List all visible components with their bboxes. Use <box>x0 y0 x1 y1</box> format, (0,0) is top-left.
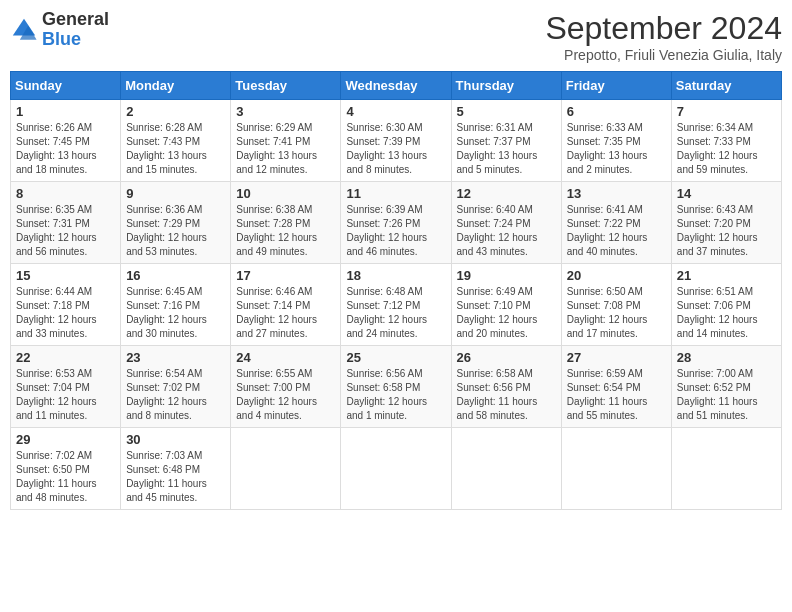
day-header-saturday: Saturday <box>671 72 781 100</box>
cell-sun-info: Sunrise: 6:51 AMSunset: 7:06 PMDaylight:… <box>677 285 776 341</box>
calendar-cell: 2Sunrise: 6:28 AMSunset: 7:43 PMDaylight… <box>121 100 231 182</box>
calendar-cell: 1Sunrise: 6:26 AMSunset: 7:45 PMDaylight… <box>11 100 121 182</box>
calendar-cell: 4Sunrise: 6:30 AMSunset: 7:39 PMDaylight… <box>341 100 451 182</box>
day-number: 10 <box>236 186 335 201</box>
day-number: 17 <box>236 268 335 283</box>
cell-sun-info: Sunrise: 6:44 AMSunset: 7:18 PMDaylight:… <box>16 285 115 341</box>
cell-sun-info: Sunrise: 6:33 AMSunset: 7:35 PMDaylight:… <box>567 121 666 177</box>
day-number: 12 <box>457 186 556 201</box>
day-number: 26 <box>457 350 556 365</box>
day-number: 14 <box>677 186 776 201</box>
calendar-cell: 19Sunrise: 6:49 AMSunset: 7:10 PMDayligh… <box>451 264 561 346</box>
cell-sun-info: Sunrise: 6:59 AMSunset: 6:54 PMDaylight:… <box>567 367 666 423</box>
calendar-cell: 18Sunrise: 6:48 AMSunset: 7:12 PMDayligh… <box>341 264 451 346</box>
day-number: 1 <box>16 104 115 119</box>
calendar-cell: 29Sunrise: 7:02 AMSunset: 6:50 PMDayligh… <box>11 428 121 510</box>
cell-sun-info: Sunrise: 6:45 AMSunset: 7:16 PMDaylight:… <box>126 285 225 341</box>
calendar-cell: 24Sunrise: 6:55 AMSunset: 7:00 PMDayligh… <box>231 346 341 428</box>
cell-sun-info: Sunrise: 6:49 AMSunset: 7:10 PMDaylight:… <box>457 285 556 341</box>
day-number: 16 <box>126 268 225 283</box>
cell-sun-info: Sunrise: 6:29 AMSunset: 7:41 PMDaylight:… <box>236 121 335 177</box>
cell-sun-info: Sunrise: 7:00 AMSunset: 6:52 PMDaylight:… <box>677 367 776 423</box>
day-number: 6 <box>567 104 666 119</box>
day-number: 24 <box>236 350 335 365</box>
calendar-cell: 8Sunrise: 6:35 AMSunset: 7:31 PMDaylight… <box>11 182 121 264</box>
day-number: 21 <box>677 268 776 283</box>
cell-sun-info: Sunrise: 6:50 AMSunset: 7:08 PMDaylight:… <box>567 285 666 341</box>
day-number: 30 <box>126 432 225 447</box>
day-header-sunday: Sunday <box>11 72 121 100</box>
day-header-wednesday: Wednesday <box>341 72 451 100</box>
calendar-cell: 14Sunrise: 6:43 AMSunset: 7:20 PMDayligh… <box>671 182 781 264</box>
day-number: 27 <box>567 350 666 365</box>
day-header-monday: Monday <box>121 72 231 100</box>
day-number: 28 <box>677 350 776 365</box>
calendar-cell: 5Sunrise: 6:31 AMSunset: 7:37 PMDaylight… <box>451 100 561 182</box>
calendar-cell <box>231 428 341 510</box>
cell-sun-info: Sunrise: 6:30 AMSunset: 7:39 PMDaylight:… <box>346 121 445 177</box>
calendar-cell: 25Sunrise: 6:56 AMSunset: 6:58 PMDayligh… <box>341 346 451 428</box>
cell-sun-info: Sunrise: 6:28 AMSunset: 7:43 PMDaylight:… <box>126 121 225 177</box>
calendar-cell <box>451 428 561 510</box>
calendar-cell: 30Sunrise: 7:03 AMSunset: 6:48 PMDayligh… <box>121 428 231 510</box>
day-number: 4 <box>346 104 445 119</box>
cell-sun-info: Sunrise: 6:55 AMSunset: 7:00 PMDaylight:… <box>236 367 335 423</box>
day-number: 15 <box>16 268 115 283</box>
day-number: 5 <box>457 104 556 119</box>
calendar-week-row: 22Sunrise: 6:53 AMSunset: 7:04 PMDayligh… <box>11 346 782 428</box>
day-number: 7 <box>677 104 776 119</box>
logo-general: General <box>42 10 109 30</box>
day-number: 18 <box>346 268 445 283</box>
calendar-cell: 9Sunrise: 6:36 AMSunset: 7:29 PMDaylight… <box>121 182 231 264</box>
calendar-cell: 6Sunrise: 6:33 AMSunset: 7:35 PMDaylight… <box>561 100 671 182</box>
calendar-week-row: 8Sunrise: 6:35 AMSunset: 7:31 PMDaylight… <box>11 182 782 264</box>
calendar-cell: 17Sunrise: 6:46 AMSunset: 7:14 PMDayligh… <box>231 264 341 346</box>
cell-sun-info: Sunrise: 6:36 AMSunset: 7:29 PMDaylight:… <box>126 203 225 259</box>
calendar-header-row: SundayMondayTuesdayWednesdayThursdayFrid… <box>11 72 782 100</box>
calendar-cell: 27Sunrise: 6:59 AMSunset: 6:54 PMDayligh… <box>561 346 671 428</box>
cell-sun-info: Sunrise: 6:58 AMSunset: 6:56 PMDaylight:… <box>457 367 556 423</box>
logo-icon <box>10 16 38 44</box>
calendar-cell: 10Sunrise: 6:38 AMSunset: 7:28 PMDayligh… <box>231 182 341 264</box>
calendar-cell: 26Sunrise: 6:58 AMSunset: 6:56 PMDayligh… <box>451 346 561 428</box>
calendar-cell: 22Sunrise: 6:53 AMSunset: 7:04 PMDayligh… <box>11 346 121 428</box>
calendar-week-row: 29Sunrise: 7:02 AMSunset: 6:50 PMDayligh… <box>11 428 782 510</box>
day-number: 8 <box>16 186 115 201</box>
cell-sun-info: Sunrise: 6:56 AMSunset: 6:58 PMDaylight:… <box>346 367 445 423</box>
cell-sun-info: Sunrise: 6:48 AMSunset: 7:12 PMDaylight:… <box>346 285 445 341</box>
day-number: 9 <box>126 186 225 201</box>
cell-sun-info: Sunrise: 6:38 AMSunset: 7:28 PMDaylight:… <box>236 203 335 259</box>
day-number: 29 <box>16 432 115 447</box>
day-number: 13 <box>567 186 666 201</box>
day-header-thursday: Thursday <box>451 72 561 100</box>
cell-sun-info: Sunrise: 6:53 AMSunset: 7:04 PMDaylight:… <box>16 367 115 423</box>
logo: General Blue <box>10 10 109 50</box>
calendar-cell <box>561 428 671 510</box>
cell-sun-info: Sunrise: 6:41 AMSunset: 7:22 PMDaylight:… <box>567 203 666 259</box>
day-number: 23 <box>126 350 225 365</box>
day-header-friday: Friday <box>561 72 671 100</box>
day-number: 11 <box>346 186 445 201</box>
calendar-cell: 16Sunrise: 6:45 AMSunset: 7:16 PMDayligh… <box>121 264 231 346</box>
day-number: 2 <box>126 104 225 119</box>
calendar-cell: 28Sunrise: 7:00 AMSunset: 6:52 PMDayligh… <box>671 346 781 428</box>
calendar-cell: 13Sunrise: 6:41 AMSunset: 7:22 PMDayligh… <box>561 182 671 264</box>
location-subtitle: Prepotto, Friuli Venezia Giulia, Italy <box>545 47 782 63</box>
day-number: 22 <box>16 350 115 365</box>
month-year-title: September 2024 <box>545 10 782 47</box>
cell-sun-info: Sunrise: 6:31 AMSunset: 7:37 PMDaylight:… <box>457 121 556 177</box>
calendar-cell: 11Sunrise: 6:39 AMSunset: 7:26 PMDayligh… <box>341 182 451 264</box>
calendar-week-row: 15Sunrise: 6:44 AMSunset: 7:18 PMDayligh… <box>11 264 782 346</box>
calendar-cell: 7Sunrise: 6:34 AMSunset: 7:33 PMDaylight… <box>671 100 781 182</box>
cell-sun-info: Sunrise: 6:26 AMSunset: 7:45 PMDaylight:… <box>16 121 115 177</box>
title-section: September 2024 Prepotto, Friuli Venezia … <box>545 10 782 63</box>
day-number: 19 <box>457 268 556 283</box>
calendar-cell <box>341 428 451 510</box>
calendar-cell: 3Sunrise: 6:29 AMSunset: 7:41 PMDaylight… <box>231 100 341 182</box>
cell-sun-info: Sunrise: 6:40 AMSunset: 7:24 PMDaylight:… <box>457 203 556 259</box>
cell-sun-info: Sunrise: 6:35 AMSunset: 7:31 PMDaylight:… <box>16 203 115 259</box>
cell-sun-info: Sunrise: 7:02 AMSunset: 6:50 PMDaylight:… <box>16 449 115 505</box>
page-header: General Blue September 2024 Prepotto, Fr… <box>10 10 782 63</box>
calendar-cell: 21Sunrise: 6:51 AMSunset: 7:06 PMDayligh… <box>671 264 781 346</box>
calendar-cell: 23Sunrise: 6:54 AMSunset: 7:02 PMDayligh… <box>121 346 231 428</box>
